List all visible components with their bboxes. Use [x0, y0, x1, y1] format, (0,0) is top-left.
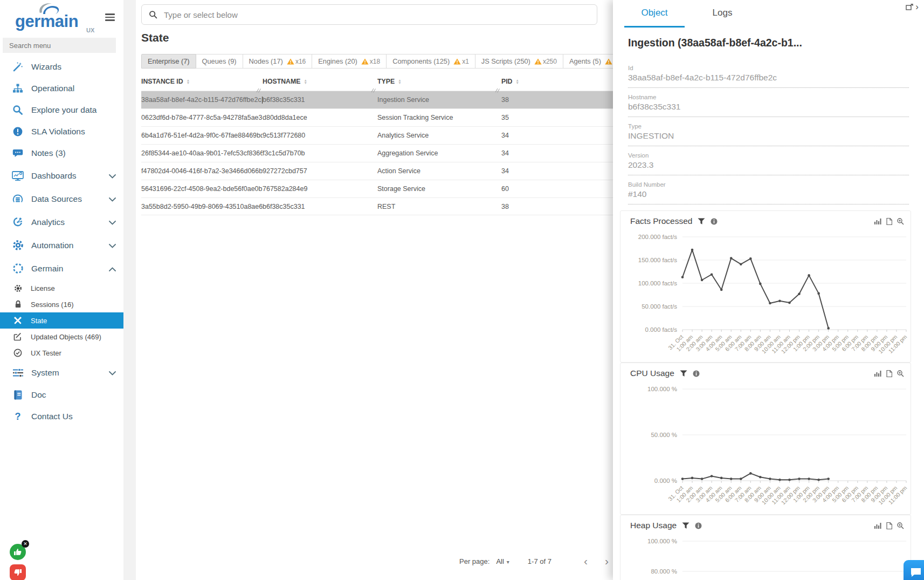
chevron-down-icon[interactable] [109, 171, 116, 181]
tab-engines-20[interactable]: Engines (20)x18 [312, 54, 387, 69]
tab-queues-9[interactable]: Queues (9) [196, 54, 243, 69]
main-search-input[interactable] [163, 10, 597, 20]
sidebar-item-label: Contact Us [31, 412, 73, 421]
sort-icon[interactable]: ▲▼ [304, 79, 307, 84]
export-icon[interactable] [886, 370, 892, 377]
sort-icon[interactable]: ▲▼ [187, 79, 190, 84]
zoom-in-icon[interactable] [897, 522, 904, 529]
sidebar-item-contact-us[interactable]: ?Contact Us [0, 406, 123, 427]
sidebar-search-input[interactable] [3, 38, 116, 53]
column-resize-handle[interactable] [495, 88, 500, 93]
sidebar-item-notes-3[interactable]: Notes (3) [0, 142, 123, 164]
filter-icon[interactable] [682, 522, 689, 529]
sidebar-item-license[interactable]: License [0, 280, 123, 296]
menu-toggle-icon[interactable] [105, 12, 115, 23]
table-row[interactable]: 0623df6d-b78e-4777-8c5a-94278fa5ae36d80d… [141, 108, 686, 126]
sidebar-item-data-sources[interactable]: Data Sources [0, 187, 123, 210]
table-row[interactable]: 56431696-22cf-4508-9ea2-bde56f0ae0b77675… [141, 180, 686, 197]
zoom-in-icon[interactable] [897, 218, 904, 225]
sidebar-item-state[interactable]: State [0, 312, 123, 329]
mini-chart-icon[interactable] [874, 219, 881, 224]
y-tick-label: 0.000 % [654, 477, 677, 484]
info-icon[interactable] [711, 218, 718, 225]
column-resize-handle[interactable] [371, 88, 376, 93]
table-row[interactable]: 6b4a1d76-51ef-4d2a-9f0c-67fae88469bd9c51… [141, 126, 686, 144]
column-header-hostname[interactable]: HOSTNAME▲▼ [263, 72, 377, 91]
y-tick-label: 50.000 % [651, 432, 677, 438]
sort-icon[interactable]: ▲▼ [516, 79, 519, 84]
export-icon[interactable] [886, 218, 892, 225]
chevron-down-icon[interactable] [109, 368, 116, 378]
mini-chart-icon[interactable] [874, 523, 881, 529]
field-value[interactable]: #140 [628, 188, 909, 204]
sidebar-item-system[interactable]: System [0, 361, 123, 384]
sidebar-item-sla-violations[interactable]: SLA Violations [0, 121, 123, 142]
mini-chart-icon[interactable] [874, 371, 881, 377]
sort-icon[interactable]: ▲▼ [398, 79, 401, 84]
popout-window-icon[interactable] [906, 4, 913, 10]
field-type: TypeINGESTION [628, 123, 909, 146]
sidebar-item-doc[interactable]: Doc [0, 384, 123, 406]
field-value[interactable]: 38aa58af-b8ef-4a2c-b115-472d76ffbe2c [628, 71, 909, 88]
tab-js-scripts-250[interactable]: JS Scripts (250)x250 [475, 54, 563, 69]
filter-icon[interactable] [698, 218, 705, 225]
per-page-select[interactable]: All▾ [496, 557, 509, 565]
field-value[interactable]: b6f38c35c331 [628, 100, 909, 117]
tab-nodes-17[interactable]: Nodes (17)x16 [243, 54, 313, 69]
sidebar-nav: WizardsOperationalExplore your dataSLA V… [0, 56, 123, 427]
main-search[interactable] [141, 4, 597, 25]
sidebar: germain UX WizardsOperationalExplore you… [0, 0, 123, 580]
tab-label: Nodes (17) [249, 57, 283, 65]
sidebar-item-operational[interactable]: Operational [0, 78, 123, 99]
field-value[interactable]: INGESTION [628, 129, 909, 146]
tab-label: Queues (9) [202, 57, 237, 65]
tab-enterprise-7[interactable]: Enterprise (7) [141, 54, 196, 69]
sidebar-item-dashboards[interactable]: Dashboards [0, 164, 123, 187]
chevron-down-icon[interactable] [109, 241, 116, 250]
export-icon[interactable] [886, 522, 892, 529]
table-row[interactable]: f47802d4-0046-416f-b7a2-3e3466d066b09272… [141, 162, 686, 180]
chevron-up-icon[interactable] [109, 264, 116, 274]
prev-page-button[interactable]: ‹ [584, 556, 588, 567]
info-icon[interactable] [693, 370, 700, 377]
tab-label: Components (125) [392, 57, 450, 65]
field-label: Build Number [628, 181, 909, 188]
sidebar-item-ux-tester[interactable]: UX Tester [0, 345, 123, 361]
facts-processed-chart: 200.000 fact/s150.000 fact/s100.000 fact… [620, 231, 912, 363]
field-value[interactable]: 2023.3 [628, 159, 909, 175]
sidebar-item-wizards[interactable]: Wizards [0, 56, 123, 78]
y-tick-label: 200.000 fact/s [638, 234, 677, 240]
column-resize-handle[interactable] [256, 88, 261, 93]
next-page-button[interactable]: › [605, 556, 609, 567]
sidebar-item-germain[interactable]: Germain [0, 257, 123, 280]
cell-pid: 60 [501, 185, 550, 193]
table-row[interactable]: 3a55b8d2-5950-49b9-8069-43510a8ae611b6f3… [141, 197, 686, 215]
sidebar-item-explore-your-data[interactable]: Explore your data [0, 99, 123, 121]
collapse-panel-icon[interactable]: › [915, 3, 919, 11]
dismiss-feedback-button[interactable]: ✕ [22, 540, 29, 548]
tab-components-125[interactable]: Components (125)x1 [387, 54, 475, 69]
sidebar-item-updated-objects-469[interactable]: Updated Objects (469) [0, 329, 123, 345]
info-icon[interactable] [695, 522, 702, 529]
column-header-instance-id[interactable]: INSTANCE ID▲▼ [141, 72, 263, 91]
cell-instance-id: 56431696-22cf-4508-9ea2-bde56f0ae0b7 [141, 185, 263, 193]
thumbs-down-button[interactable] [10, 564, 26, 580]
tab-logs[interactable]: Logs [692, 8, 753, 28]
analytics-icon [12, 216, 24, 228]
sidebar-item-analytics[interactable]: Analytics [0, 210, 123, 234]
chat-icon [12, 147, 24, 159]
germain-logo[interactable]: germain UX [8, 2, 115, 35]
zoom-in-icon[interactable] [897, 370, 904, 377]
table-row[interactable]: 38aa58af-b8ef-4a2c-b115-472d76ffbe2cb6f3… [141, 91, 686, 108]
sidebar-item-automation[interactable]: Automation [0, 234, 123, 257]
sidebar-item-sessions-16[interactable]: Sessions (16) [0, 296, 123, 312]
chat-button[interactable] [904, 560, 924, 580]
filter-icon[interactable] [680, 370, 687, 377]
gear-icon [12, 240, 24, 251]
tab-object[interactable]: Object [624, 8, 685, 28]
chevron-down-icon[interactable] [109, 217, 116, 227]
chevron-down-icon[interactable] [109, 194, 116, 204]
column-header-pid[interactable]: PID▲▼ [501, 72, 550, 91]
table-row[interactable]: 26f85344-ae10-40aa-9b01-7efc53cf8366f3c1… [141, 144, 686, 162]
column-header-type[interactable]: TYPE▲▼ [377, 72, 501, 91]
